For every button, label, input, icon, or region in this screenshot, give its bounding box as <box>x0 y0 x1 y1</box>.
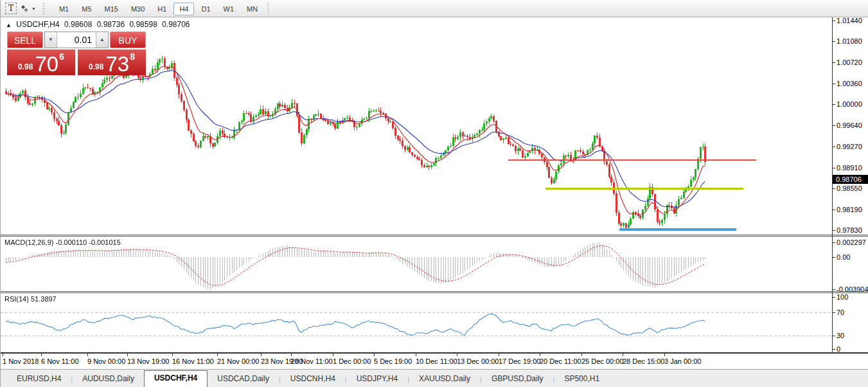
chevron-down-icon: ▼ <box>31 6 36 11</box>
price-axis-label: 1.00000 <box>837 100 862 108</box>
buy-price-display[interactable]: 0.98 73 8 <box>78 50 146 75</box>
chart-tab-audusd[interactable]: AUDUSD,Daily <box>73 372 144 387</box>
price-axis-label: 0.98190 <box>837 206 862 213</box>
time-tick-mark <box>291 354 292 356</box>
rsi-label: RSI(14) 51.3897 <box>4 295 57 303</box>
buy-price-pipette: 8 <box>130 51 135 62</box>
timeframe-button-h1[interactable]: H1 <box>152 3 172 15</box>
time-axis-label: 10 Dec 11:00 <box>416 357 457 365</box>
price-axis-label: 0.98550 <box>837 184 862 192</box>
time-axis-label: 3 Jan 00:00 <box>664 357 702 365</box>
sell-button[interactable]: SELL <box>7 32 43 48</box>
sell-price-prefix: 0.98 <box>18 62 33 71</box>
chart-tab-usdjpy[interactable]: USDJPY,H4 <box>347 372 407 387</box>
price-axis-label: 1.01080 <box>837 37 862 45</box>
timeframe-button-m30[interactable]: M30 <box>125 3 150 15</box>
time-tick-mark <box>540 354 540 356</box>
toolbar-separator <box>268 2 269 15</box>
chart-tab-usdcad[interactable]: USDCAD,Daily <box>208 372 279 387</box>
ohlc-high: 0.98736 <box>97 20 125 29</box>
time-axis-label: 5 Dec 19:00 <box>374 357 412 365</box>
time-axis-label: 25 Dec 00:00 <box>581 357 623 365</box>
time-axis-label: 28 Nov 11:00 <box>291 357 333 365</box>
ohlc-close: 0.98706 <box>162 20 190 29</box>
time-tick-mark <box>217 354 218 356</box>
macd-label: MACD(12,26,9) -0.000110 -0.001015 <box>4 239 121 246</box>
rsi-axis-label: 0 <box>837 345 840 353</box>
price-axis-label: 0.99640 <box>837 122 862 129</box>
rsi-indicator-canvas[interactable] <box>1 293 832 352</box>
volume-stepper: ▼ ▲ <box>44 32 109 48</box>
ohlc-low: 0.98598 <box>129 20 157 29</box>
axis-tick-mark <box>833 84 835 84</box>
axis-tick-mark <box>833 312 835 313</box>
timeframe-button-m15[interactable]: M15 <box>99 3 124 15</box>
chart-tab-usdchf[interactable]: USDCHF,H4 <box>144 370 208 387</box>
time-tick-mark <box>664 354 665 356</box>
price-axis-label: 1.00360 <box>837 80 862 87</box>
time-axis-label: 17 Dec 19:00 <box>499 357 540 365</box>
time-axis-label: 16 Nov 11:00 <box>172 357 214 365</box>
collapse-triangle-icon[interactable]: ▲ <box>6 22 12 28</box>
time-tick-mark <box>41 354 42 356</box>
timeframe-button-group: M1M5M15M30H1H4D1W1MN <box>53 3 264 14</box>
buy-button[interactable]: BUY <box>110 32 146 48</box>
axis-tick-mark <box>833 147 835 147</box>
ohlc-open: 0.98608 <box>64 20 92 29</box>
macd-indicator-canvas[interactable] <box>1 237 832 291</box>
chart-tab-eurusd[interactable]: EURUSD,H4 <box>7 372 71 387</box>
timeframe-button-w1[interactable]: W1 <box>218 3 240 15</box>
sell-price-pipette: 6 <box>59 51 64 62</box>
buy-price-big-digits: 73 <box>105 54 129 74</box>
time-tick-mark <box>172 354 173 356</box>
arrows-tool-icon[interactable]: ▼ <box>19 1 36 15</box>
chart-tab-usdcnh[interactable]: USDCNH,H4 <box>281 372 345 387</box>
text-tool-glyph: T <box>5 3 17 14</box>
price-axis-label: 0.98910 <box>837 164 862 172</box>
rsi-axis-label: 100 <box>837 293 848 301</box>
price-axis-label: 1.01440 <box>837 17 862 24</box>
axis-tick-mark <box>833 257 835 258</box>
time-axis-label: 28 Dec 15:00 <box>623 357 664 365</box>
axis-tick-mark <box>833 21 835 21</box>
axis-tick-mark <box>833 297 835 298</box>
price-axis-label: 0.99270 <box>837 143 862 150</box>
current-price-tag: 0.98706 <box>833 175 868 184</box>
timeframe-button-mn[interactable]: MN <box>241 3 263 15</box>
axis-tick-mark <box>833 230 835 231</box>
time-axis-label: 6 Nov 11:00 <box>41 357 79 365</box>
chart-tab-sp500[interactable]: SP500,H1 <box>554 372 609 387</box>
timeframe-button-m1[interactable]: M1 <box>53 3 75 15</box>
axis-tick-mark <box>833 210 835 210</box>
time-axis-label: 1 Nov 2018 <box>3 357 39 365</box>
price-axis-border <box>832 17 833 354</box>
time-axis-label: 20 Dec 11:00 <box>540 357 581 365</box>
time-axis[interactable]: 1 Nov 20186 Nov 11:009 Nov 00:0013 Nov 1… <box>1 354 832 369</box>
macd-axis-label: 0.002297 <box>837 239 866 246</box>
chart-workspace: ▲ USDCHF,H4 0.98608 0.98736 0.98598 0.98… <box>1 17 868 369</box>
timeframe-button-m5[interactable]: M5 <box>76 3 97 15</box>
time-axis-label: 21 Nov 00:00 <box>217 357 259 365</box>
volume-increase-button[interactable]: ▲ <box>96 32 108 48</box>
chart-symbol-label: USDCHF,H4 <box>16 20 59 29</box>
toolbar-drag-handle[interactable] <box>43 3 48 14</box>
time-tick-mark <box>581 354 582 356</box>
sell-price-display[interactable]: 0.98 70 6 <box>7 50 75 75</box>
text-tool-icon[interactable]: T <box>4 1 18 15</box>
time-tick-mark <box>87 354 88 356</box>
volume-input[interactable] <box>57 32 96 48</box>
chart-tab-xauusd[interactable]: XAUUSD,Daily <box>409 372 480 387</box>
price-axis-label: 0.97830 <box>837 226 862 234</box>
time-tick-mark <box>499 354 499 356</box>
timeframe-button-d1[interactable]: D1 <box>195 3 216 15</box>
axis-tick-mark <box>833 125 835 126</box>
time-tick-mark <box>127 354 128 356</box>
toolbar: T ▼ M1M5M15M30H1H4D1W1MN <box>1 0 868 17</box>
volume-decrease-button[interactable]: ▼ <box>45 32 57 48</box>
timeframe-button-h4[interactable]: H4 <box>173 3 194 15</box>
time-axis-label: 13 Dec 00:00 <box>457 357 499 365</box>
time-tick-mark <box>261 354 261 356</box>
time-axis-label: 13 Nov 19:00 <box>127 357 169 365</box>
rsi-axis-label: 70 <box>837 309 844 316</box>
chart-tab-gbpusd[interactable]: GBPUSD,Daily <box>482 372 553 387</box>
